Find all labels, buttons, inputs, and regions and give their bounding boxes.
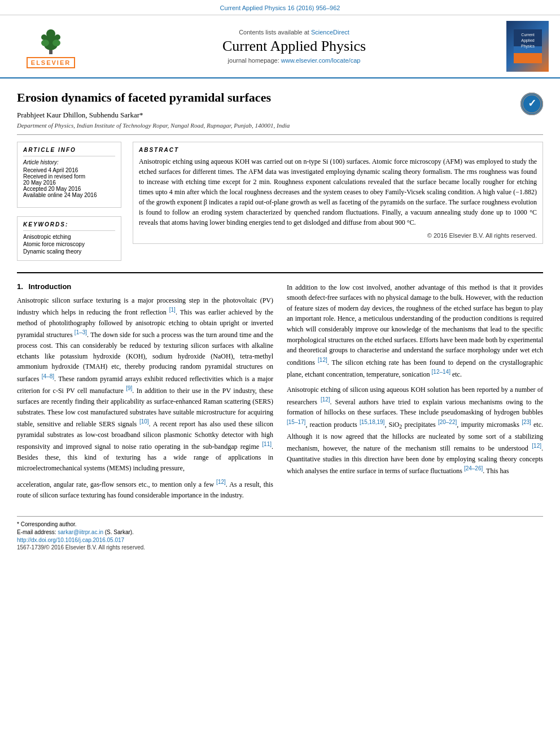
journal-homepage: journal homepage: www.elsevier.com/locat… xyxy=(90,57,498,64)
accepted-date: Accepted 20 May 2016 xyxy=(23,186,115,192)
elsevier-tree-icon xyxy=(34,25,68,56)
elsevier-label: ELSEVIER xyxy=(27,57,75,68)
svg-point-7 xyxy=(55,34,60,40)
section1-title: 1. Introduction xyxy=(17,282,273,291)
keywords-header: Keywords: xyxy=(23,221,115,231)
crossmark-badge: ✓ xyxy=(520,93,543,115)
article-history: Article history: Received 4 April 2016 R… xyxy=(23,159,115,198)
received-revised: Received in revised form20 May 2016 xyxy=(23,173,115,186)
article-affiliation: Department of Physics, Indian Institute … xyxy=(17,122,543,129)
abstract-box: Abstract Anisotropic etching using aqueo… xyxy=(133,142,543,244)
article-info-box: Article info Article history: Received 4… xyxy=(17,142,121,208)
email-link[interactable]: sarkar@iitrpr.ac.in xyxy=(58,529,103,535)
homepage-link[interactable]: www.elsevier.com/locate/cap xyxy=(281,57,361,64)
svg-text:Current: Current xyxy=(521,33,534,37)
doi-link[interactable]: http://dx.doi.org/10.1016/j.cap.2016.05.… xyxy=(17,537,124,543)
article-footer: * Corresponding author. E-mail address: … xyxy=(17,516,543,551)
article-title-section: Erosion dynamics of faceted pyramidal su… xyxy=(17,90,543,135)
journal-thumbnail: Current Applied Physics xyxy=(506,21,549,72)
keyword-3: Dynamic scaling theory xyxy=(23,248,115,255)
svg-point-5 xyxy=(53,40,60,46)
body-two-col: 1. Introduction Anisotropic silicon surf… xyxy=(17,282,543,505)
top-bar: Current Applied Physics 16 (2016) 956–96… xyxy=(0,0,560,15)
abstract-text: Anisotropic etching using aqueous KOH wa… xyxy=(139,156,537,228)
svg-text:Physics: Physics xyxy=(520,44,535,49)
history-label: Article history: xyxy=(23,159,115,165)
email-footnote: E-mail address: sarkar@iitrpr.ac.in (S. … xyxy=(17,529,543,535)
body-left-text: Anisotropic silicon surface texturing is… xyxy=(17,295,273,501)
svg-rect-10 xyxy=(514,53,542,63)
article-body: 1. Introduction Anisotropic silicon surf… xyxy=(17,272,543,505)
svg-text:✓: ✓ xyxy=(528,98,536,109)
svg-point-4 xyxy=(41,40,49,46)
body-left: 1. Introduction Anisotropic silicon surf… xyxy=(17,282,273,505)
article-container: Erosion dynamics of faceted pyramidal su… xyxy=(0,78,560,562)
corresponding-note: * Corresponding author. xyxy=(17,521,543,527)
received-date: Received 4 April 2016 xyxy=(23,167,115,173)
svg-text:Applied: Applied xyxy=(521,38,534,43)
keywords-box: Keywords: Anisotropic etching Atomic for… xyxy=(17,216,121,261)
abstract-header: Abstract xyxy=(139,147,537,153)
journal-header-left: ELSEVIER xyxy=(11,25,90,68)
elsevier-logo: ELSEVIER xyxy=(27,25,75,68)
copyright-line: © 2016 Elsevier B.V. All rights reserved… xyxy=(139,232,537,239)
sciencedirect-prefix: Contents lists available at xyxy=(239,29,309,36)
sciencedirect-line: Contents lists available at ScienceDirec… xyxy=(90,29,498,36)
sciencedirect-link[interactable]: ScienceDirect xyxy=(311,29,349,36)
journal-link[interactable]: Current Applied Physics 16 (2016) 956–96… xyxy=(220,5,340,11)
svg-point-14 xyxy=(523,95,541,113)
journal-header: ELSEVIER Contents lists available at Sci… xyxy=(0,15,560,78)
article-meta-section: Article info Article history: Received 4… xyxy=(17,142,543,261)
journal-header-center: Contents lists available at ScienceDirec… xyxy=(90,29,498,64)
keyword-2: Atomic force microscopy xyxy=(23,241,115,247)
article-title: Erosion dynamics of faceted pyramidal su… xyxy=(17,90,543,106)
article-info-header: Article info xyxy=(23,147,115,156)
body-right: In addition to the low cost involved, an… xyxy=(287,282,543,505)
homepage-prefix: journal homepage: xyxy=(228,57,279,64)
journal-title: Current Applied Physics xyxy=(90,38,498,55)
journal-header-right: Current Applied Physics xyxy=(498,21,549,72)
svg-point-3 xyxy=(46,29,55,38)
doi-line: http://dx.doi.org/10.1016/j.cap.2016.05.… xyxy=(17,537,543,543)
journal-thumb-image: Current Applied Physics xyxy=(514,29,542,63)
available-date: Available online 24 May 2016 xyxy=(23,192,115,198)
keyword-1: Anisotropic etching xyxy=(23,234,115,240)
crossmark-icon: ✓ xyxy=(520,93,543,115)
article-authors: Prabhjeet Kaur Dhillon, Subhendu Sarkar* xyxy=(17,111,543,120)
left-column: Article info Article history: Received 4… xyxy=(17,142,121,261)
right-column: Abstract Anisotropic etching using aqueo… xyxy=(133,142,543,261)
body-right-text: In addition to the low cost involved, an… xyxy=(287,282,543,477)
issn-line: 1567-1739/© 2016 Elsevier B.V. All right… xyxy=(17,544,543,551)
svg-point-6 xyxy=(41,34,47,40)
